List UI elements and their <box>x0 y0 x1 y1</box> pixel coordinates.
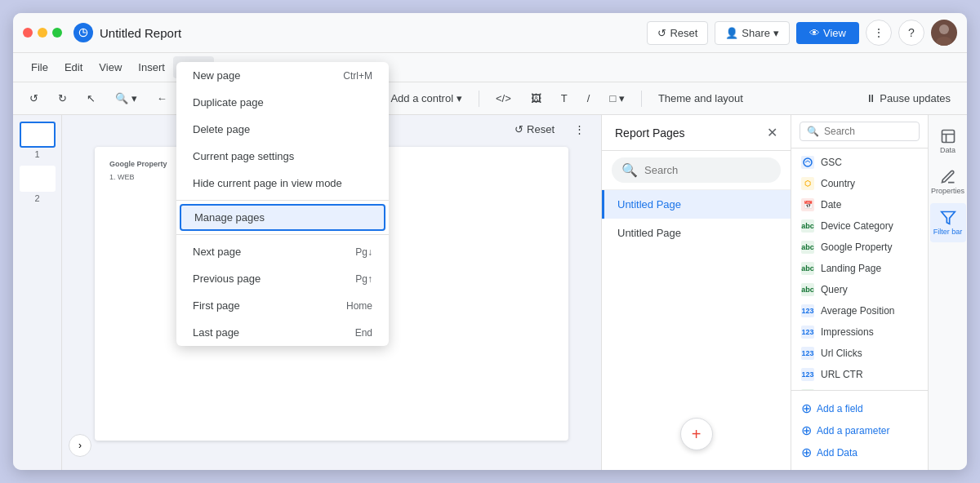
table-cell: 1. WEB <box>106 171 171 183</box>
panel-search: 🔍 <box>602 151 791 190</box>
menu-first-page[interactable]: First page Home <box>176 292 389 319</box>
code-button[interactable]: </> <box>489 89 518 108</box>
data-field-query[interactable]: abc Query <box>791 279 928 300</box>
avatar[interactable] <box>931 20 957 46</box>
report-pages-search-input[interactable] <box>644 164 771 176</box>
page-thumb-2[interactable] <box>20 166 56 192</box>
reset-icon: ↺ <box>514 123 523 135</box>
numeric-icon: 123 <box>801 304 814 317</box>
app-title: Untitled Report <box>100 26 640 40</box>
theme-layout-button[interactable]: Theme and layout <box>652 89 750 108</box>
page-list-item-1[interactable]: Untitled Page <box>602 190 791 219</box>
chevron-down-icon: ▾ <box>773 27 779 39</box>
main-area: 1 2 ↺ Reset ⋮ Googl <box>13 115 967 470</box>
reset-button[interactable]: ↺ Reset <box>647 21 708 45</box>
panel-header: Report Pages ✕ <box>602 115 791 151</box>
page-thumb-1[interactable] <box>20 122 56 148</box>
data-search-input[interactable] <box>824 126 912 137</box>
menu-new-page[interactable]: New page Ctrl+M <box>176 62 389 89</box>
pause-updates-button[interactable]: ⏸ Pause updates <box>859 89 957 108</box>
menu-last-page[interactable]: Last page End <box>176 319 389 346</box>
search-box: 🔍 <box>612 157 781 183</box>
canvas-reset-button[interactable]: ↺ Reset <box>508 120 561 139</box>
data-panel-search: 🔍 <box>791 115 928 148</box>
menu-delete-page[interactable]: Delete page <box>176 116 389 143</box>
image-button[interactable]: 🖼 <box>524 89 548 108</box>
close-button[interactable] <box>23 28 33 38</box>
sidebar-item-filter-bar[interactable]: Filter bar <box>930 203 966 242</box>
separator <box>176 234 389 235</box>
page-list-item-2[interactable]: Untitled Page <box>602 219 791 247</box>
right-sidebar: Data Properties Filter bar <box>928 115 967 470</box>
menu-insert[interactable]: Insert <box>130 56 173 78</box>
view-button[interactable]: 👁 View <box>796 22 859 44</box>
data-field-url-ctr[interactable]: 123 URL CTR <box>791 364 928 385</box>
add-field-link[interactable]: ⊕ Add a field <box>801 397 918 419</box>
data-field-landing-page[interactable]: abc Landing Page <box>791 258 928 279</box>
menu-current-settings[interactable]: Current page settings <box>176 143 389 170</box>
numeric-icon: 123 <box>801 347 814 360</box>
data-field-device-category[interactable]: abc Device Category <box>791 215 928 237</box>
separator <box>176 200 389 201</box>
menu-view[interactable]: View <box>91 56 130 78</box>
menu-previous-page[interactable]: Previous page Pg↑ <box>176 265 389 292</box>
data-panel: 🔍 GSC ⬡ Country <box>791 115 928 470</box>
share-button[interactable]: 👤 Share ▾ <box>715 21 790 45</box>
separator-4 <box>641 91 642 107</box>
table-header: Google Property <box>106 158 171 170</box>
menu-duplicate-page[interactable]: Duplicate page <box>176 89 389 116</box>
data-field-date[interactable]: 📅 Date <box>791 194 928 215</box>
svg-point-2 <box>936 37 952 46</box>
menu-manage-pages[interactable]: Manage pages <box>180 204 385 231</box>
canvas-more-button[interactable]: ⋮ <box>568 120 591 139</box>
menu-next-page[interactable]: Next page Pg↓ <box>176 238 389 265</box>
title-bar: Untitled Report ↺ Reset 👤 Share ▾ 👁 View… <box>13 13 967 53</box>
data-field-average-position[interactable]: 123 Average Position <box>791 300 928 321</box>
svg-rect-4 <box>942 131 954 143</box>
chevron-down-icon: ▾ <box>457 92 462 104</box>
close-icon[interactable]: ✕ <box>767 125 777 140</box>
svg-marker-7 <box>941 212 955 224</box>
separator-3 <box>479 91 479 107</box>
abc-icon: abc <box>801 283 814 296</box>
sidebar-item-data[interactable]: Data <box>930 122 966 161</box>
more-options-button[interactable]: ⋮ <box>866 20 892 46</box>
menu-bar: File Edit View Insert Page Arrange Resou… <box>13 53 967 82</box>
text-button[interactable]: T <box>555 89 574 108</box>
add-page-fab[interactable]: + <box>680 418 713 450</box>
undo-button[interactable]: ↺ <box>23 89 45 108</box>
traffic-lights <box>23 28 62 38</box>
data-field-impressions[interactable]: 123 Impressions <box>791 321 928 343</box>
shape-button[interactable]: □ ▾ <box>603 89 630 108</box>
add-parameter-link[interactable]: ⊕ Add a parameter <box>801 419 918 441</box>
line-button[interactable]: / <box>581 89 597 108</box>
maximize-button[interactable] <box>52 28 62 38</box>
date-icon: 📅 <box>801 198 814 211</box>
help-button[interactable]: ? <box>898 20 924 46</box>
data-search-box: 🔍 <box>800 122 920 141</box>
sidebar-item-properties[interactable]: Properties <box>930 162 966 202</box>
select-button[interactable]: ↖ <box>80 89 102 108</box>
menu-hide-page[interactable]: Hide current page in view mode <box>176 170 389 197</box>
nav-back-button[interactable]: ← <box>150 89 174 108</box>
nav-arrow-button[interactable]: › <box>69 434 91 457</box>
title-bar-right: ↺ Reset 👤 Share ▾ 👁 View ⋮ ? <box>647 20 957 46</box>
add-data-link[interactable]: ⊕ Add Data <box>801 441 918 463</box>
data-field-country[interactable]: ⬡ Country <box>791 173 928 194</box>
data-field-url-clicks[interactable]: 123 Url Clicks <box>791 343 928 364</box>
zoom-button[interactable]: 🔍 ▾ <box>109 89 144 108</box>
page-number-1: 1 <box>34 149 39 159</box>
abc-icon: abc <box>801 241 814 254</box>
data-panel-footer: ⊕ Add a field ⊕ Add a parameter ⊕ Add Da… <box>791 390 928 470</box>
minimize-button[interactable] <box>38 28 47 38</box>
share-icon: 👤 <box>725 27 738 39</box>
menu-file[interactable]: File <box>23 56 56 78</box>
data-field-google-property[interactable]: abc Google Property <box>791 237 928 258</box>
menu-edit[interactable]: Edit <box>56 56 91 78</box>
properties-tab-label: Properties <box>931 187 964 195</box>
app-window: Untitled Report ↺ Reset 👤 Share ▾ 👁 View… <box>13 13 967 470</box>
redo-button[interactable]: ↻ <box>51 89 74 108</box>
reset-icon: ↺ <box>657 27 666 39</box>
data-source-item[interactable]: GSC <box>791 152 928 173</box>
plus-circle-icon: ⊕ <box>801 401 812 416</box>
